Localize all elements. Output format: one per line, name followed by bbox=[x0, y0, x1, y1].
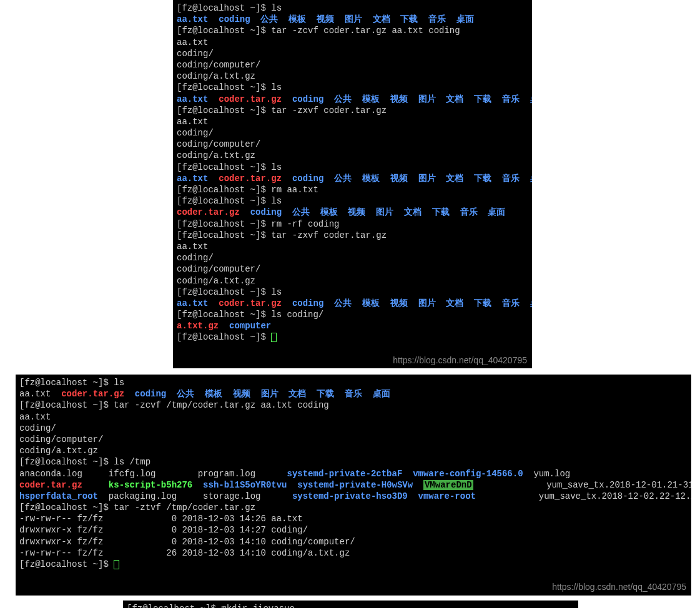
terminal-line: [fz@localhost ~]$ ls bbox=[177, 2, 528, 14]
terminal-text: aa.txt bbox=[177, 37, 208, 47]
terminal-panel-1[interactable]: [fz@localhost ~]$ lsaa.txt coding 公共 模板 … bbox=[173, 0, 532, 368]
terminal-line: [fz@localhost ~]$ ls bbox=[177, 287, 528, 298]
terminal-text: coder.tar.gz bbox=[219, 94, 282, 104]
terminal-line: coding/computer/ bbox=[177, 139, 528, 150]
terminal-text: aa.txt bbox=[177, 174, 208, 184]
terminal-line: coding/ bbox=[177, 252, 528, 263]
terminal-text: systemd-private-2ctbaF bbox=[287, 469, 402, 479]
terminal-text: systemd-private-H0wSVw bbox=[297, 480, 413, 490]
terminal-text: [fz@localhost ~]$ rm aa.txt bbox=[177, 185, 318, 195]
terminal-line: [fz@localhost ~]$ tar -ztvf /tmp/coder.t… bbox=[19, 502, 688, 513]
terminal-text: 公共 模板 视频 图片 文档 下载 音乐 桌面 bbox=[292, 207, 506, 217]
terminal-line: coder.tar.gz ks-script-b5h276 ssh-bl1S5o… bbox=[19, 479, 688, 491]
terminal-text: [fz@localhost ~]$ tar -zxvf coder.tar.gz bbox=[177, 230, 387, 240]
terminal-text: coder.tar.gz bbox=[61, 389, 124, 399]
terminal-text: 公共 模板 视频 图片 文档 下载 音乐 桌面 bbox=[334, 94, 532, 104]
terminal-text: -rw-rw-r-- fz/fz 0 2018-12-03 14:26 aa.t… bbox=[19, 514, 303, 524]
terminal-line: drwxrwxr-x fz/fz 0 2018-12-03 14:10 codi… bbox=[19, 536, 688, 547]
terminal-text bbox=[208, 94, 219, 104]
terminal-line: coding/computer/ bbox=[177, 59, 528, 71]
terminal-text: [fz@localhost ~]$ tar -ztvf /tmp/coder.t… bbox=[19, 503, 255, 512]
terminal-text: -rw-rw-r-- fz/fz 26 2018-12-03 14:10 cod… bbox=[19, 548, 350, 558]
terminal-text: ssh-bl1S5oYR0tvu bbox=[203, 480, 287, 490]
terminal-line: [fz@localhost ~]$ mkdir jieyasuo bbox=[127, 603, 574, 608]
terminal-line: [fz@localhost ~]$ ls /tmp bbox=[19, 456, 688, 468]
terminal-line: [fz@localhost ~]$ ls bbox=[177, 82, 528, 93]
terminal-text: [fz@localhost ~]$ ls /tmp bbox=[19, 457, 150, 467]
terminal-line: aa.txt coding 公共 模板 视频 图片 文档 下载 音乐 桌面 bbox=[177, 14, 528, 25]
terminal-line: coding/ bbox=[19, 423, 688, 434]
terminal-line: coding/a.txt.gz bbox=[177, 275, 528, 287]
terminal-text bbox=[219, 321, 229, 331]
terminal-text: coding/computer/ bbox=[177, 264, 260, 274]
terminal-text bbox=[287, 480, 298, 490]
terminal-line: coding/computer/ bbox=[177, 263, 528, 275]
terminal-line: drwxrwxr-x fz/fz 0 2018-12-03 14:27 codi… bbox=[19, 524, 688, 536]
terminal-text: [fz@localhost ~]$ ls bbox=[177, 196, 282, 206]
terminal-text: coding/ bbox=[177, 128, 214, 138]
terminal-line: [fz@localhost ~]$ tar -zcvf /tmp/coder.t… bbox=[19, 400, 688, 411]
terminal-line: coding/ bbox=[177, 48, 528, 59]
terminal-text: drwxrwxr-x fz/fz 0 2018-12-03 14:10 codi… bbox=[19, 537, 355, 547]
terminal-line: aa.txt coder.tar.gz coding 公共 模板 视频 图片 文… bbox=[177, 298, 528, 309]
terminal-line: hsperfdata_root packaging.log storage.lo… bbox=[19, 491, 688, 502]
terminal-text bbox=[166, 389, 177, 399]
terminal-line: [fz@localhost ~]$ bbox=[19, 559, 688, 570]
terminal-line: [fz@localhost ~]$ ls bbox=[177, 195, 528, 207]
terminal-line: aa.txt bbox=[177, 241, 528, 252]
terminal-text: [fz@localhost ~]$ ls bbox=[177, 162, 282, 172]
terminal-text bbox=[192, 480, 203, 490]
terminal-text bbox=[208, 298, 219, 308]
terminal-text: coding/a.txt.gz bbox=[177, 150, 255, 160]
terminal-text bbox=[323, 298, 334, 308]
terminal-text bbox=[282, 298, 292, 308]
terminal-line: aa.txt bbox=[19, 411, 688, 423]
terminal-text: coder.tar.gz bbox=[219, 298, 282, 308]
terminal-panel-3[interactable]: [fz@localhost ~]$ mkdir jieyasuo[fz@loca… bbox=[123, 601, 578, 608]
terminal-line: aa.txt coder.tar.gz coding 公共 模板 视频 图片 文… bbox=[177, 173, 528, 184]
terminal-text: [fz@localhost ~]$ tar -zcvf /tmp/coder.t… bbox=[19, 400, 329, 410]
terminal-line: coding/a.txt.gz bbox=[177, 71, 528, 82]
terminal-text: aa.txt bbox=[177, 117, 208, 127]
terminal-text: packaging.log storage.log bbox=[98, 491, 292, 501]
terminal-line: aa.txt bbox=[177, 37, 528, 48]
terminal-text bbox=[402, 469, 413, 479]
terminal-line: [fz@localhost ~]$ rm -rf coding bbox=[177, 218, 528, 230]
terminal-text: computer bbox=[229, 321, 271, 331]
terminal-text bbox=[240, 207, 250, 217]
terminal-text bbox=[323, 174, 334, 184]
terminal-line: coding/a.txt.gz bbox=[19, 445, 688, 456]
terminal-text: aa.txt bbox=[177, 242, 208, 252]
terminal-text bbox=[208, 14, 219, 24]
terminal-text bbox=[282, 94, 292, 104]
terminal-text: coding bbox=[292, 94, 323, 104]
terminal-text: coder.tar.gz bbox=[219, 174, 282, 184]
terminal-text: [fz@localhost ~]$ mkdir jieyasuo bbox=[127, 604, 295, 608]
terminal-text: coding/ bbox=[19, 423, 56, 433]
terminal-text bbox=[82, 480, 109, 490]
terminal-text bbox=[413, 480, 423, 490]
terminal-text: [fz@localhost ~]$ tar -zcvf coder.tar.gz… bbox=[177, 26, 460, 36]
terminal-panel-2[interactable]: [fz@localhost ~]$ lsaa.txt coder.tar.gz … bbox=[16, 375, 691, 596]
terminal-line: [fz@localhost ~]$ ls bbox=[19, 377, 688, 388]
terminal-text: coding/computer/ bbox=[177, 139, 260, 149]
terminal-text: drwxrwxr-x fz/fz 0 2018-12-03 14:27 codi… bbox=[19, 525, 308, 535]
terminal-line: [fz@localhost ~]$ tar -zcvf coder.tar.gz… bbox=[177, 25, 528, 36]
terminal-text: [fz@localhost ~]$ ls bbox=[177, 3, 282, 13]
terminal-text: coding/a.txt.gz bbox=[177, 71, 255, 81]
terminal-text: [fz@localhost ~]$ bbox=[19, 559, 114, 569]
terminal-text: aa.txt bbox=[177, 94, 208, 104]
watermark-text: https://blog.csdn.net/qq_40420795 bbox=[552, 581, 686, 592]
terminal-line: [fz@localhost ~]$ tar -zxvf coder.tar.gz bbox=[177, 230, 528, 241]
terminal-text: [fz@localhost ~]$ ls coding/ bbox=[177, 310, 323, 320]
terminal-line: aa.txt bbox=[177, 116, 528, 127]
terminal-line: [fz@localhost ~]$ tar -zxvf coder.tar.gz bbox=[177, 105, 528, 116]
terminal-text: systemd-private-hso3D9 bbox=[292, 491, 408, 501]
terminal-text: aa.txt bbox=[19, 389, 61, 399]
terminal-text: aa.txt bbox=[177, 298, 208, 308]
terminal-text: [fz@localhost ~]$ bbox=[177, 332, 271, 342]
terminal-text: yum_save_tx.2018-12-01.21-31.9Wu_uF.yumt… bbox=[473, 480, 691, 490]
terminal-text: coder.tar.gz bbox=[19, 480, 82, 490]
watermark-text: https://blog.csdn.net/qq_40420795 bbox=[393, 355, 527, 366]
terminal-text bbox=[250, 14, 261, 24]
